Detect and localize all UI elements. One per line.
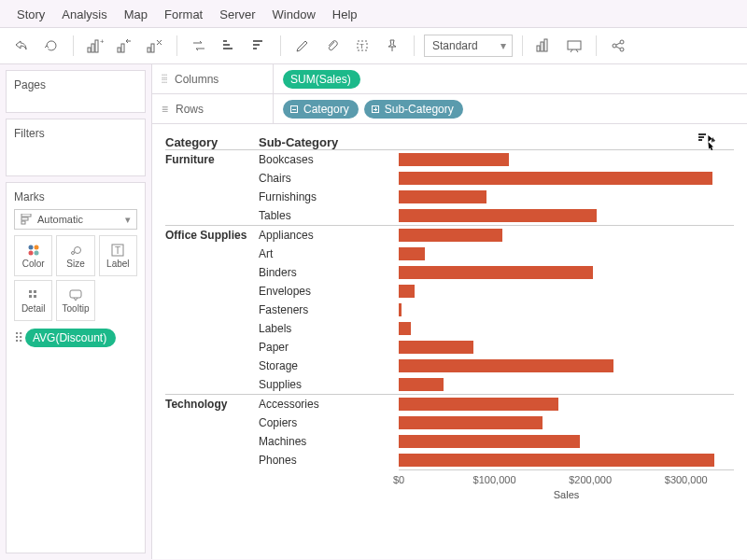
bar[interactable]	[399, 190, 486, 203]
svg-rect-12	[253, 44, 260, 46]
bar[interactable]	[399, 322, 411, 335]
bar[interactable]	[399, 398, 558, 411]
menu-story[interactable]: Story	[17, 7, 45, 21]
clear-sheet-icon[interactable]	[143, 34, 167, 58]
category-label[interactable]: Office Supplies	[165, 226, 259, 394]
rows-shelf[interactable]: ≡ Rows Category Sub-Category	[152, 94, 747, 124]
pages-panel[interactable]: Pages	[6, 70, 146, 113]
show-me-icon[interactable]	[532, 34, 557, 58]
menu-analysis[interactable]: Analysis	[62, 7, 106, 21]
x-axis[interactable]: $0$100,000$200,000$300,000 Sales	[399, 469, 734, 507]
columns-label: Columns	[175, 73, 218, 86]
duplicate-icon[interactable]	[113, 34, 137, 58]
subcategory-label[interactable]: Tables	[259, 209, 399, 222]
svg-rect-38	[70, 290, 81, 298]
bar[interactable]	[399, 209, 597, 222]
svg-rect-13	[253, 48, 257, 49]
menu-help[interactable]: Help	[332, 7, 358, 21]
subcategory-label[interactable]: Envelopes	[259, 285, 399, 298]
bar[interactable]	[399, 303, 402, 316]
subcategory-label[interactable]: Copiers	[259, 416, 399, 429]
sort-asc-icon[interactable]	[217, 34, 241, 58]
share-icon[interactable]	[606, 34, 630, 58]
marks-size[interactable]: Size	[56, 235, 94, 276]
bar[interactable]	[399, 172, 712, 185]
subcategory-label[interactable]: Phones	[259, 454, 399, 467]
menu-map[interactable]: Map	[124, 7, 148, 21]
subcategory-label[interactable]: Art	[259, 247, 399, 260]
subcategory-label[interactable]: Binders	[259, 266, 399, 279]
bar[interactable]	[399, 416, 543, 429]
marks-type-select[interactable]: Automatic	[14, 209, 137, 230]
subcategory-label[interactable]: Paper	[259, 341, 399, 354]
subcategory-label[interactable]: Storage	[259, 359, 399, 372]
sub-row: Supplies	[259, 375, 734, 394]
subcategory-label[interactable]: Bookcases	[259, 153, 399, 166]
svg-point-30	[71, 251, 74, 254]
bar[interactable]	[399, 435, 580, 448]
marks-label[interactable]: T Label	[99, 235, 137, 276]
bar[interactable]	[399, 153, 509, 166]
menu-window[interactable]: Window	[273, 7, 316, 21]
bar[interactable]	[399, 229, 502, 242]
bar[interactable]	[399, 378, 444, 391]
bar[interactable]	[399, 247, 425, 260]
category-label[interactable]: Technology	[165, 395, 259, 469]
sub-row: Accessories	[259, 395, 734, 413]
subcategory-label[interactable]: Accessories	[259, 398, 399, 411]
swap-icon[interactable]	[187, 34, 211, 58]
svg-point-29	[34, 250, 38, 255]
bar[interactable]	[399, 359, 613, 372]
subcategory-label[interactable]: Machines	[259, 435, 399, 448]
highlight-icon[interactable]	[290, 34, 315, 58]
header-category[interactable]: Category	[165, 135, 259, 149]
expand-icon	[372, 105, 379, 113]
category-label[interactable]: Furniture	[165, 150, 259, 225]
svg-rect-24	[21, 217, 28, 220]
bar[interactable]	[399, 285, 415, 298]
size-icon	[69, 244, 82, 257]
presentation-icon[interactable]	[562, 34, 586, 58]
columns-shelf[interactable]: ⦙⦙⦙ Columns SUM(Sales)	[152, 64, 747, 94]
svg-rect-35	[34, 290, 36, 293]
subcategory-label[interactable]: Fasteners	[259, 303, 399, 316]
svg-point-31	[74, 246, 80, 253]
filters-panel[interactable]: Filters	[6, 119, 146, 176]
subcategory-label[interactable]: Labels	[259, 322, 399, 335]
label-icon[interactable]: T	[350, 34, 374, 58]
subcategory-label[interactable]: Furnishings	[259, 190, 399, 203]
sub-row: Art	[259, 245, 734, 263]
filters-title: Filters	[14, 127, 137, 140]
refresh-icon[interactable]	[39, 34, 63, 58]
marks-color[interactable]: Color	[14, 235, 52, 276]
fit-select[interactable]: Standard	[424, 35, 513, 57]
marks-tooltip[interactable]: Tooltip	[56, 280, 94, 321]
svg-rect-8	[223, 40, 227, 42]
pin-icon[interactable]	[380, 34, 404, 58]
marks-detail[interactable]: Detail	[14, 280, 52, 321]
columns-icon: ⦙⦙⦙	[162, 73, 167, 86]
sort-desc-icon[interactable]	[247, 34, 271, 58]
rows-pill-subcategory[interactable]: Sub-Category	[364, 100, 463, 119]
sub-row: Paper	[259, 338, 734, 357]
svg-rect-16	[537, 46, 540, 51]
undo-icon[interactable]	[9, 34, 34, 58]
svg-rect-0	[88, 48, 91, 52]
columns-pill-sum-sales[interactable]: SUM(Sales)	[283, 70, 360, 89]
bar[interactable]	[399, 454, 714, 467]
subcategory-label[interactable]: Chairs	[259, 172, 399, 185]
rows-pill-category[interactable]: Category	[283, 100, 359, 119]
marks-panel: Marks Automatic Color Size T Label	[6, 182, 146, 553]
bar[interactable]	[399, 266, 593, 279]
avg-discount-pill[interactable]: AVG(Discount)	[25, 329, 116, 347]
subcategory-label[interactable]: Appliances	[259, 229, 399, 242]
svg-rect-17	[541, 42, 543, 51]
header-subcategory[interactable]: Sub-Category	[259, 135, 399, 149]
bar[interactable]	[399, 341, 473, 354]
menu-format[interactable]: Format	[164, 7, 203, 21]
subcategory-label[interactable]: Supplies	[259, 378, 399, 391]
svg-rect-18	[544, 39, 547, 51]
new-worksheet-icon[interactable]: +	[83, 34, 107, 58]
menu-server[interactable]: Server	[219, 7, 255, 21]
attach-icon[interactable]	[320, 34, 345, 58]
